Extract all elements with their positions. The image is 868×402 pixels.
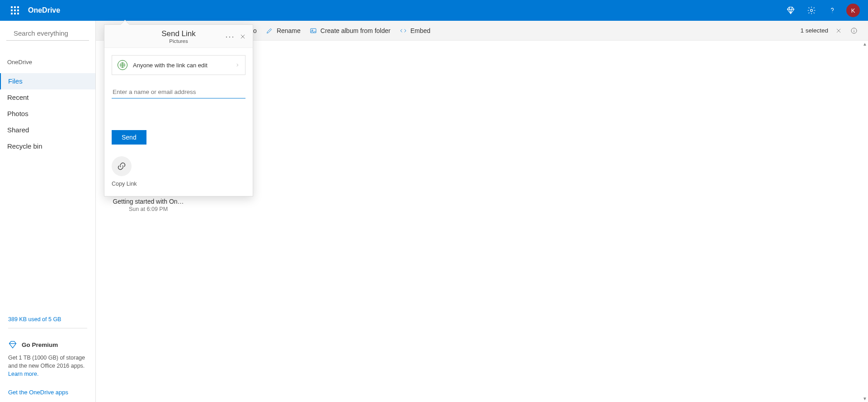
learn-more-link[interactable]: Learn more. [8,371,38,377]
selection-count: 1 selected [800,27,828,34]
link-permission-label: Anyone with the link can edit [133,62,235,69]
settings-icon[interactable] [801,0,822,21]
app-launcher-icon[interactable] [5,0,25,21]
send-button[interactable]: Send [112,130,146,145]
copy-link-button[interactable] [112,156,132,176]
create-album-label: Create album from folder [321,27,391,34]
popover-more-icon[interactable]: ··· [226,32,235,41]
file-tile-label[interactable]: Getting started with On… [108,198,189,205]
scroll-up-icon[interactable]: ▲ [863,42,867,47]
clear-selection-button[interactable] [831,28,846,34]
sidebar-item-shared[interactable]: Shared [0,122,95,138]
link-permission-button[interactable]: Anyone with the link can edit [112,55,245,75]
help-icon[interactable] [822,0,843,21]
globe-icon [118,60,127,70]
popover-close-icon[interactable] [238,32,247,41]
svg-rect-8 [17,13,19,14]
svg-rect-4 [14,9,16,11]
app-header: OneDrive K [0,0,868,21]
storage-usage-text[interactable]: 389 KB used of 5 GB [8,316,87,328]
sidebar-item-files[interactable]: Files [0,73,95,89]
svg-point-21 [854,29,854,29]
svg-point-9 [811,9,813,12]
embed-button[interactable]: Embed [395,21,435,40]
sidebar: OneDrive Files Recent Photos Shared Recy… [0,21,96,402]
create-album-button[interactable]: Create album from folder [305,21,395,40]
svg-rect-7 [14,13,16,14]
get-apps-link[interactable]: Get the OneDrive apps [8,389,87,396]
rename-label: Rename [277,27,301,34]
premium-title[interactable]: Go Premium [22,341,58,348]
search-box[interactable] [6,26,89,41]
premium-desc: Get 1 TB (1000 GB) of storage and the ne… [8,355,85,369]
file-tile-sub: Sun at 6:09 PM [108,206,189,212]
chevron-right-icon [235,61,240,69]
svg-point-16 [311,30,313,31]
svg-rect-2 [17,6,19,8]
svg-rect-3 [11,9,13,11]
svg-rect-0 [11,6,13,8]
sidebar-item-recyclebin[interactable]: Recycle bin [0,138,95,154]
sidebar-item-photos[interactable]: Photos [0,106,95,122]
user-avatar[interactable]: K [846,4,860,17]
details-pane-button[interactable] [846,27,862,34]
send-link-popover: Send Link Pictures ··· Anyone with the l… [104,24,253,196]
storage-usage: 389 KB used of 5 GB [8,316,87,328]
sidebar-item-recent[interactable]: Recent [0,89,95,106]
embed-label: Embed [410,27,430,34]
recipient-input[interactable] [112,86,245,98]
scroll-down-icon[interactable]: ▼ [863,396,867,401]
svg-rect-5 [17,9,19,11]
premium-promo: Go Premium Get 1 TB (1000 GB) of storage… [8,334,87,378]
copy-link-label: Copy Link [112,181,137,187]
search-input[interactable] [13,29,100,37]
premium-icon[interactable] [780,0,801,21]
app-title[interactable]: OneDrive [28,6,60,14]
rename-button[interactable]: Rename [261,21,305,40]
svg-rect-1 [14,6,16,8]
svg-rect-6 [11,13,13,14]
svg-point-10 [832,13,833,13]
breadcrumb[interactable]: OneDrive [0,54,95,70]
